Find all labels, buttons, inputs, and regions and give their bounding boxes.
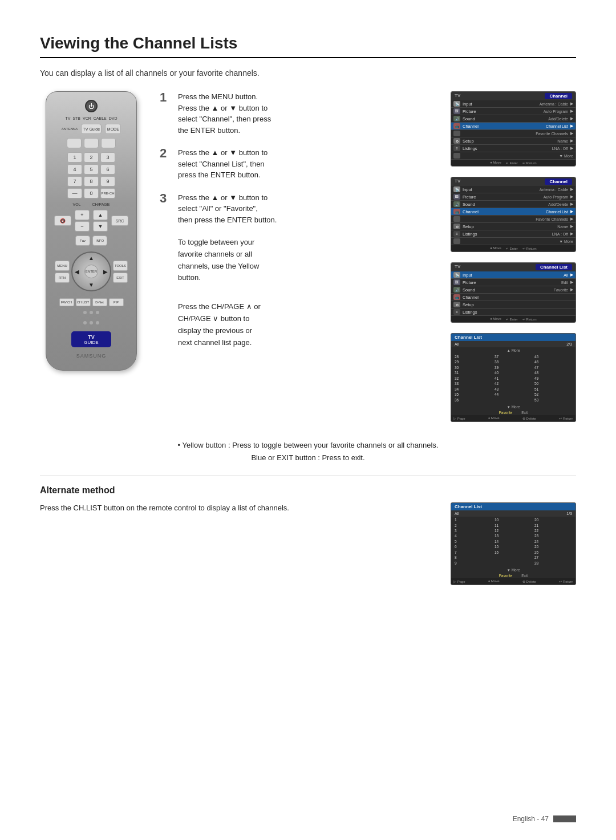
num-3[interactable]: 3 [100,152,115,163]
tv-guide-logo: TV GUIDE [71,331,111,347]
source-labels: TVSTBVCRCABLEDVD [65,116,117,120]
screen-5-title: Channel List [455,504,482,509]
screens-column: TV Channel 📡 Input Antenna : Cable ▶ 🖼 P… [451,91,576,422]
tv-guide-tv-text: TV [88,334,95,340]
screen-1-header: TV Channel [451,92,576,100]
nav-up-icon: ▲ [88,255,94,261]
footer-return: ↩ Return [522,161,537,165]
num-0[interactable]: 0 [84,188,99,198]
menu-row-setup-3: ⚙ Setup [451,301,576,309]
num-4[interactable]: 4 [67,164,82,175]
nav-left-icon: ◀ [75,269,79,275]
screen-1-footer: ♦ Move ↵ Enter ↩ Return [451,160,576,166]
exit-label: Exit [521,411,528,415]
vol-up[interactable]: + [75,210,90,220]
nav-row: MENU RTN ▲ ▼ ◀ ▶ ENTER TOOLS EXIT [55,249,128,294]
bullet-1: • Yellow button : Press to toggle betwee… [40,439,576,452]
screen-2-body: 📡 Input Antenna : Cable ▶ 🖼 Picture Auto… [451,186,576,245]
alternate-screen: Channel List All 1/3 1 2 3 4 5 6 [451,502,576,585]
listings-label: Listings [463,146,550,151]
vol-ch-labels: VOL CH/PAGE [72,202,110,206]
alternate-method-section: Alternate method Press the CH.LIST butto… [40,476,576,585]
steps-column: 1 Press the MENU button.Press the ▲ or ▼… [160,91,433,422]
antenna-row: ANTENNA TV Guide MODE [62,124,121,134]
tvguide-button[interactable]: TV Guide [81,124,102,134]
menu-row-all-3: 📡 Input All ▶ [451,271,576,279]
num-9[interactable]: 9 [100,176,115,186]
num-6[interactable]: 6 [100,164,115,175]
input-value: Antenna : Cable [540,102,568,106]
alternate-text: Press the CH.LIST button on the remote c… [40,502,433,585]
screen-2-footer: ♦ Move ↵ Enter ↩ Return [451,245,576,251]
page-footer: English - 47 [513,815,576,823]
return-button[interactable]: RTN [55,273,70,283]
extra-instructions: To toggle between yourfavorite channels … [178,237,433,284]
screen-1-title: Channel [545,93,572,99]
num-prech[interactable]: PRE-CH [100,188,115,198]
screen-4: Channel List All 2/3 ▲ More 28 29 30 31 … [451,333,576,422]
screen-5-subheader: All 1/3 [451,510,576,517]
source-button[interactable]: SRC [111,216,128,226]
chlist-value: Channel List [546,124,568,128]
screen-5-exit: Exit [521,574,528,578]
nav-circle[interactable]: ▲ ▼ ◀ ▶ ENTER [71,251,111,291]
exit-button[interactable]: EXIT [113,273,128,283]
screen-1: TV Channel 📡 Input Antenna : Cable ▶ 🖼 P… [451,91,576,167]
led-dots-row [83,311,99,314]
listings-icon: ≡ [453,145,460,151]
step-2-content: Press the ▲ or ▼ button toselect "Channe… [178,147,433,181]
pip-button[interactable]: PIP [109,298,124,306]
num-7[interactable]: 7 [67,176,82,186]
screen-2-header: TV Channel [451,177,576,186]
bullet-2: Blue or EXIT button : Press to exit. [40,452,576,464]
func-btn-2[interactable] [84,138,99,148]
tv-guide-guide-text: GUIDE [84,340,98,345]
screen-4-subheader: All 2/3 [451,341,576,347]
mute-button[interactable]: 🔇 [54,216,71,226]
footer-text: English - 47 [513,815,549,823]
footer-bar [553,815,576,822]
adddel-value: Add/Delete [548,117,568,121]
led-dot [96,311,99,314]
func-btn-3[interactable] [101,138,116,148]
num-1[interactable]: 1 [67,152,82,163]
led-dot [96,321,99,324]
power-button[interactable]: ⏻ [85,100,98,112]
fav-ch-button[interactable]: FAV.CH [59,298,74,306]
d-net-button[interactable]: D-Net [92,298,107,306]
num-5[interactable]: 5 [84,164,99,175]
menu-row-fav-3: 🔊 Sound Favorite ▶ [451,286,576,294]
menu-row-fav-1: Favorite Channels ▶ [451,130,576,137]
ch-up[interactable]: ▲ [93,210,108,220]
step-2-text: Press the ▲ or ▼ button toselect "Channe… [178,147,433,181]
func-btn-1[interactable] [67,138,82,148]
screen-3-footer: ♦ Move ↵ Enter ↩ Return [451,316,576,322]
num-dash[interactable]: — [67,188,82,198]
info-button[interactable]: INFO [92,236,107,246]
menu-button[interactable]: MENU [55,261,70,271]
more-icon [453,153,460,159]
ch-down[interactable]: ▼ [93,221,108,232]
step-3: 3 Press the ▲ or ▼ button toselect "All"… [160,192,433,226]
remote-control-column: ⏻ TVSTBVCRCABLEDVD ANTENNA TV Guide MODE [40,91,143,422]
screen-3: TV Channel List 📡 Input All ▶ 🖼 Picture … [451,262,576,323]
num-2[interactable]: 2 [84,152,99,163]
enter-button[interactable]: ENTER [84,265,98,278]
tools-button[interactable]: TOOLS [113,261,128,271]
step-1: 1 Press the MENU button.Press the ▲ or ▼… [160,91,433,136]
screen-2-title: Channel [545,178,572,185]
screen-1-body: 📡 Input Antenna : Cable ▶ 🖼 Picture Auto… [451,100,576,160]
screen-3-title: Channel List [536,264,572,270]
ch-list-button[interactable]: CH LIST [76,298,91,306]
step-3-content: Press the ▲ or ▼ button toselect "All" o… [178,192,433,226]
menu-row-chlist-2: 📺 Channel Channel List ▶ [451,208,576,216]
sound-label: Sound [463,116,546,121]
vol-down[interactable]: − [75,221,90,232]
fav-button[interactable]: Fav [75,236,90,246]
menu-row-more-1: ▼ More [451,152,576,160]
num-8[interactable]: 8 [84,176,99,186]
nav-down-icon: ▼ [88,282,94,288]
mode-button[interactable]: MODE [105,124,121,134]
fav-icon [453,131,460,136]
screen-5-footer: ▷ Page ♦ Move ⊗ Delete ↩ Return [451,578,576,585]
